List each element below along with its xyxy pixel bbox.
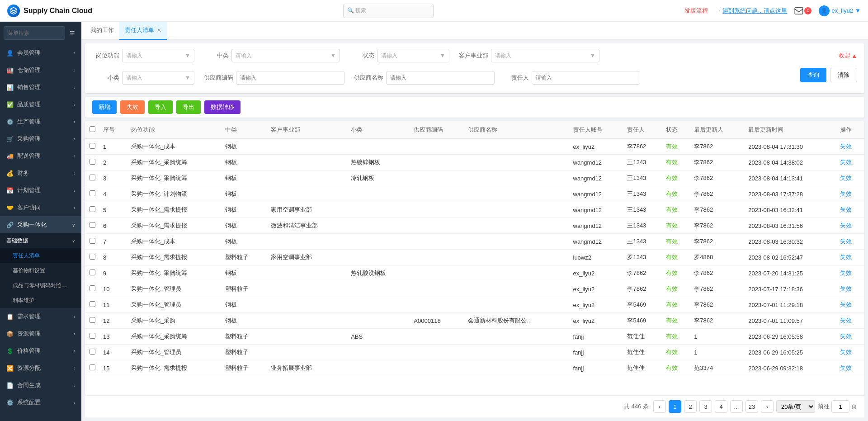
table-row: 6 采购一体化_需求提报 钢板 微波和清洁事业部 wangmd12 王1343 … [85, 218, 864, 234]
filter-status-select[interactable]: 请输入 ▼ [377, 49, 449, 62]
sidebar-item-finance[interactable]: 💰财务 ‹ [0, 165, 81, 182]
tab-my-work[interactable]: 我的工作 [85, 22, 119, 40]
filter-supplier-code-input[interactable] [236, 71, 344, 85]
sidebar-item-resource[interactable]: 📦资源管理 ‹ [0, 325, 81, 342]
row-checkbox[interactable] [90, 364, 95, 370]
pagination-page-3[interactable]: 3 [699, 400, 712, 413]
row-invalid-link[interactable]: 失效 [840, 175, 852, 181]
row-checkbox[interactable] [90, 222, 95, 228]
sidebar-item-demand[interactable]: 📋需求管理 ‹ [0, 308, 81, 325]
pagination-page-2[interactable]: 2 [684, 400, 697, 413]
select-all-checkbox[interactable] [90, 126, 95, 132]
sidebar-search-input[interactable] [4, 26, 65, 40]
user-dropdown-icon: ▼ [855, 7, 861, 14]
sidebar-subitem-rate-maintain[interactable]: 利率维护 [0, 293, 81, 308]
row-checkbox[interactable] [90, 317, 95, 323]
row-checkbox[interactable] [90, 333, 95, 339]
pagination-goto-input[interactable] [831, 400, 849, 413]
row-invalid-link[interactable]: 失效 [840, 254, 852, 260]
sidebar-item-purchase[interactable]: 🛒采购管理 ‹ [0, 130, 81, 147]
row-checkbox[interactable] [90, 254, 95, 260]
row-invalid-link[interactable]: 失效 [840, 159, 852, 166]
row-checkbox[interactable] [90, 206, 95, 212]
sidebar-item-purchase-integrated[interactable]: 🔗采购一体化 ∨ [0, 216, 81, 233]
sidebar-subitem-responsible-list[interactable]: 责任人清单 [0, 248, 81, 263]
user-info[interactable]: 👤 ex_liyu2 ▼ [819, 5, 861, 16]
row-invalid-link[interactable]: 失效 [840, 222, 852, 229]
row-checkbox[interactable] [90, 175, 95, 180]
sidebar-subitem-base-data[interactable]: 基础数据 ∨ [0, 233, 81, 248]
row-invalid-link[interactable]: 失效 [840, 333, 852, 340]
filter-sub-class-select[interactable]: 请输入 ▼ [122, 71, 194, 85]
row-invalid-link[interactable]: 失效 [840, 270, 852, 276]
query-button[interactable]: 查询 [800, 68, 826, 82]
sidebar-item-member[interactable]: 👤会员管理 ‹ [0, 44, 81, 61]
row-seq: 2 [99, 155, 127, 170]
import-button[interactable]: 导入 [148, 100, 173, 114]
row-checkbox[interactable] [90, 349, 95, 355]
row-invalid-link[interactable]: 失效 [840, 301, 852, 308]
sidebar-item-customer[interactable]: 🤝客户协同 ‹ [0, 199, 81, 216]
row-checkbox[interactable] [90, 190, 95, 196]
row-last-updater: 李7862 [690, 218, 745, 234]
filter-responsible-input[interactable] [532, 71, 640, 85]
add-button[interactable]: 新增 [92, 100, 117, 114]
row-invalid-link[interactable]: 失效 [840, 206, 852, 213]
sidebar-item-contract[interactable]: 📄合同生成 ‹ [0, 377, 81, 394]
mail-icon[interactable]: 0 [794, 7, 811, 14]
filter-mid-class-select[interactable]: 请输入 ▼ [231, 49, 340, 62]
sidebar-item-price[interactable]: 💲价格管理 ‹ [0, 342, 81, 360]
invalid-button[interactable]: 失效 [120, 100, 145, 114]
row-invalid-link[interactable]: 失效 [840, 349, 852, 355]
row-invalid-link[interactable]: 失效 [840, 238, 852, 245]
row-checkbox[interactable] [90, 270, 95, 275]
sidebar-item-allocation[interactable]: 🔀资源分配 ‹ [0, 360, 81, 377]
collapse-button[interactable]: 收起 ▲ [839, 52, 857, 60]
sidebar-subitem-base-material[interactable]: 基价物料设置 [0, 263, 81, 278]
sidebar-item-sales[interactable]: 📊销售管理 ‹ [0, 79, 81, 96]
sidebar-item-plan[interactable]: 📅计划管理 ‹ [0, 182, 81, 199]
row-invalid-link[interactable]: 失效 [840, 317, 852, 324]
row-checkbox[interactable] [90, 159, 95, 165]
row-invalid-link[interactable]: 失效 [840, 143, 852, 150]
filter-position-select[interactable]: 请输入 ▼ [122, 49, 194, 62]
row-checkbox[interactable] [90, 301, 95, 307]
pagination-next[interactable]: › [761, 400, 774, 413]
pagination-page-4[interactable]: 4 [715, 400, 727, 413]
pagination-page-size-select[interactable]: 20条/页 50条/页 100条/页 [776, 400, 815, 413]
sidebar-subitem-product-mapping[interactable]: 成品与母材编码对照... [0, 278, 81, 293]
row-invalid-link[interactable]: 失效 [840, 285, 852, 292]
row-invalid-link[interactable]: 失效 [840, 364, 852, 371]
row-checkbox[interactable] [90, 285, 95, 291]
row-checkbox[interactable] [90, 143, 95, 149]
row-seq: 7 [99, 234, 127, 250]
export-button[interactable]: 导出 [176, 100, 201, 114]
problem-link[interactable]: 遇到系统问题，请点这里 [722, 7, 787, 14]
row-checkbox[interactable] [90, 238, 95, 244]
demand-icon: 📋 [6, 313, 14, 320]
sidebar-menu-toggle[interactable]: ☰ [67, 28, 78, 38]
row-responsible: 范佳佳 [623, 345, 662, 360]
sidebar-item-sysconfig[interactable]: ⚙️系统配置 ‹ [0, 394, 81, 411]
filter-customer-dept-select[interactable]: 请输入 ▼ [491, 49, 599, 62]
row-operation-cell: 失效 [836, 313, 864, 329]
publish-link[interactable]: 发版流程 [684, 7, 708, 15]
pagination-page-23[interactable]: 23 [745, 400, 758, 413]
filter-supplier-name-input[interactable] [386, 71, 495, 85]
tab-responsible-list[interactable]: 责任人清单 ✕ [119, 22, 167, 40]
clear-button[interactable]: 清除 [830, 68, 857, 82]
transfer-button[interactable]: 数据转移 [204, 100, 241, 114]
sidebar-item-production[interactable]: ⚙️生产管理 ‹ [0, 113, 81, 130]
sidebar-item-quality[interactable]: ✅品质管理 ‹ [0, 96, 81, 113]
pagination-page-1[interactable]: 1 [669, 400, 681, 413]
sidebar-item-warehouse[interactable]: 🏭仓储管理 ‹ [0, 61, 81, 79]
pagination-prev[interactable]: ‹ [653, 400, 666, 413]
table-row: 12 采购一体化_采购 钢板 A0000118 会通新材料股份有限公... ex… [85, 313, 864, 329]
tab-close-icon[interactable]: ✕ [157, 27, 161, 33]
row-checkbox-cell [85, 360, 99, 376]
sidebar-item-delivery[interactable]: 🚚配送管理 ‹ [0, 147, 81, 165]
sidebar-label-member: 会员管理 [17, 49, 41, 57]
row-invalid-link[interactable]: 失效 [840, 190, 852, 197]
row-status: 有效 [662, 250, 690, 265]
row-checkbox-cell [85, 313, 99, 329]
